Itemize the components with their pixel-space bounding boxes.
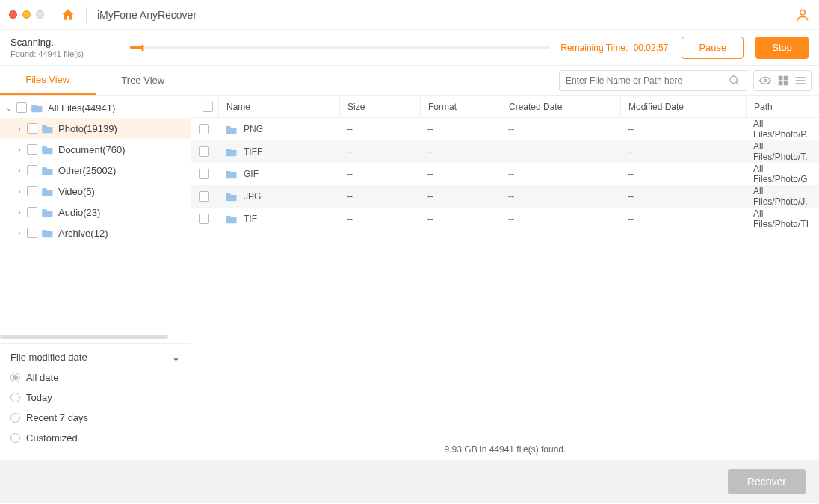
tree-item[interactable]: › Photo(19139) [0,118,191,139]
svg-rect-5 [784,75,788,80]
row-modified: -- [620,124,746,134]
maximize-window-button[interactable] [36,10,44,19]
filter-option-label: Today [26,392,52,403]
grid-view-icon[interactable] [778,75,788,86]
eye-icon[interactable] [758,75,772,86]
tree-item[interactable]: › Document(760) [0,139,191,160]
list-view-icon[interactable] [794,75,806,86]
radio-button[interactable] [10,393,20,402]
row-checkbox[interactable] [199,191,209,202]
user-icon[interactable] [795,7,810,22]
folder-icon [42,208,54,217]
table-header: Name Size Format Created Date Modified D… [191,96,819,118]
radio-button[interactable] [10,433,20,443]
row-modified: -- [620,214,746,224]
col-name[interactable]: Name [218,96,339,117]
row-size: -- [339,146,420,157]
view-mode-group [753,70,812,91]
recover-button[interactable]: Recover [728,469,806,494]
stop-button[interactable]: Stop [755,37,809,59]
row-format: -- [420,214,501,224]
row-size: -- [339,214,420,224]
row-checkbox[interactable] [199,214,209,224]
tree-item[interactable]: › Other(25002) [0,160,191,181]
table-row[interactable]: JPG -- -- -- -- All Files/Photo/J. [191,185,819,208]
tree-label: Photo(19139) [58,123,117,134]
svg-point-1 [730,76,737,83]
filter-option-label: Customized [26,432,78,444]
col-modified[interactable]: Modified Date [620,96,746,117]
row-path: All Files/Photo/G [746,164,819,184]
scrollbar[interactable] [0,335,168,339]
row-format: -- [420,191,501,202]
col-format[interactable]: Format [420,96,501,117]
svg-line-2 [736,82,738,84]
search-input-wrapper[interactable] [559,70,747,91]
window-controls [9,10,44,19]
row-checkbox[interactable] [199,124,209,134]
checkbox[interactable] [27,186,37,196]
tree-label: All Files(44941) [48,102,115,113]
row-modified: -- [620,169,746,179]
chevron-right-icon: › [15,187,24,196]
minimize-window-button[interactable] [22,10,31,19]
radio-button[interactable] [10,373,20,382]
checkbox[interactable] [27,165,37,175]
col-path[interactable]: Path [746,96,819,117]
row-created: -- [501,146,620,157]
tab-tree-view[interactable]: Tree View [96,66,191,95]
checkbox[interactable] [27,228,37,238]
row-checkbox[interactable] [199,146,209,157]
checkbox[interactable] [16,102,27,113]
col-size[interactable]: Size [339,96,420,117]
filter-panel: File modified date ⌄ All dateTodayRecent… [0,343,191,460]
remaining-time-label: Remaining Time: 00:02:57 [560,43,668,53]
sidebar: Files View Tree View ⌄ All Files(44941) … [0,66,191,460]
chevron-right-icon: › [15,146,24,154]
table-row[interactable]: PNG -- -- -- -- All Files/Photo/P. [191,118,819,140]
row-format: -- [420,124,501,134]
checkbox[interactable] [27,123,37,134]
content-area: Name Size Format Created Date Modified D… [191,66,819,460]
radio-button[interactable] [10,413,20,423]
folder-icon [42,124,54,134]
tree-root[interactable]: ⌄ All Files(44941) [0,97,191,118]
table-row[interactable]: GIF -- -- -- -- All Files/Photo/G [191,163,819,185]
filter-option[interactable]: Recent 7 days [10,412,180,423]
tree-item[interactable]: › Audio(23) [0,202,191,223]
table-row[interactable]: TIF -- -- -- -- All Files/Photo/TI [191,208,819,230]
svg-rect-7 [784,81,788,85]
svg-rect-6 [779,81,783,85]
tree-item[interactable]: › Video(5) [0,181,191,202]
row-size: -- [339,124,420,134]
scan-status: Scanning.. [10,37,130,48]
folder-icon [226,147,238,157]
filter-option[interactable]: Customized [10,432,180,444]
checkbox[interactable] [27,144,37,155]
filter-option[interactable]: All date [10,372,180,383]
pause-button[interactable]: Pause [682,37,744,59]
filter-header[interactable]: File modified date ⌄ [10,352,180,363]
row-name: TIF [244,214,257,224]
folder-icon [226,125,238,134]
row-checkbox[interactable] [199,169,209,179]
folder-icon [42,228,54,238]
row-created: -- [501,169,620,179]
tree-label: Audio(23) [58,207,100,218]
row-created: -- [501,191,620,202]
filter-option[interactable]: Today [10,392,180,403]
file-tree: ⌄ All Files(44941) › Photo(19139)› Docum… [0,96,191,333]
home-icon[interactable] [61,7,75,22]
search-input[interactable] [566,75,729,86]
svg-point-0 [800,10,806,15]
divider [86,7,87,23]
tab-files-view[interactable]: Files View [0,66,96,95]
chevron-down-icon: ⌄ [4,104,13,112]
tree-item[interactable]: › Archive(12) [0,223,191,243]
col-created[interactable]: Created Date [501,96,620,117]
table-row[interactable]: TIFF -- -- -- -- All Files/Photo/T. [191,140,819,163]
select-all-checkbox[interactable] [203,102,213,112]
checkbox[interactable] [27,207,37,217]
row-format: -- [420,169,501,179]
close-window-button[interactable] [9,10,17,19]
